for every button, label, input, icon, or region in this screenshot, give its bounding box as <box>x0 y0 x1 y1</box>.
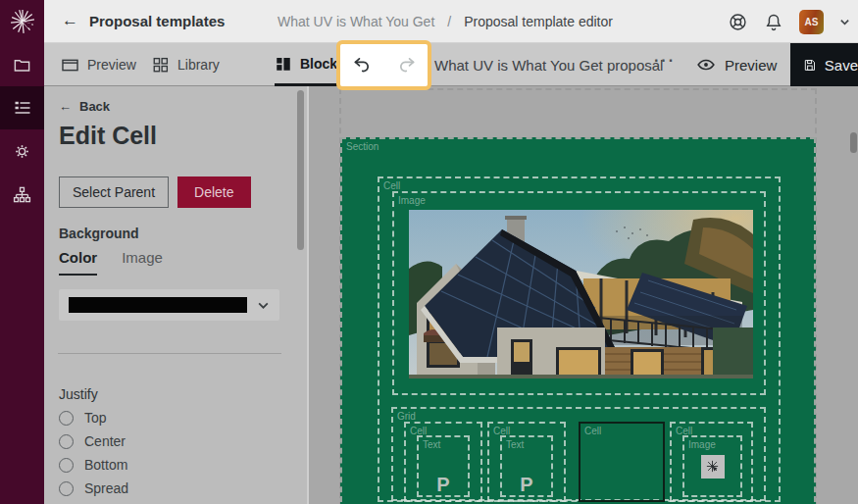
panel-scrollbar-thumb[interactable] <box>297 90 304 250</box>
color-swatch-black <box>69 297 247 313</box>
image-label: Image <box>398 195 426 207</box>
top-header: ← Proposal templates What UV is What You… <box>44 0 858 43</box>
grid-cell-1[interactable]: Cell Text P <box>404 422 482 502</box>
breadcrumb-parent[interactable]: What UV is What You Get <box>278 14 434 29</box>
sunburst-logo-icon <box>705 459 720 474</box>
tutorial-spotlight <box>336 40 431 90</box>
tab-color[interactable]: Color <box>59 249 97 276</box>
document-title[interactable]: What UV is What You Get proposal <box>434 57 663 74</box>
select-parent-button[interactable]: Select Parent <box>59 176 169 208</box>
cell-block[interactable]: Cell Image <box>378 176 781 502</box>
background-tabs: Color Image <box>59 249 163 276</box>
gear-icon <box>13 142 31 161</box>
breadcrumb: What UV is What You Get / Proposal templ… <box>278 14 613 29</box>
editor-toolbar: Preview Library Blocks What UV is What Y… <box>44 43 858 86</box>
chevron-down-icon[interactable] <box>839 17 850 27</box>
image-placeholder-block[interactable]: Image <box>682 435 742 497</box>
redo-icon <box>396 55 417 76</box>
template-list-icon <box>13 98 32 118</box>
justify-label: Justify <box>59 386 98 402</box>
justify-option-center[interactable]: Center <box>59 433 126 449</box>
grid-cell-4[interactable]: Cell Image <box>670 422 753 502</box>
radio-label: Center <box>84 433 126 449</box>
cell-label: Cell <box>584 426 601 437</box>
delete-button[interactable]: Delete <box>177 176 250 208</box>
tab-label: Preview <box>87 57 136 73</box>
eye-icon <box>696 55 716 75</box>
text-label: Text <box>423 439 440 451</box>
tab-image[interactable]: Image <box>122 249 163 276</box>
justify-option-spread[interactable]: Spread <box>59 480 128 496</box>
paragraph-placeholder: P <box>436 475 449 495</box>
radio-label: Bottom <box>84 457 127 473</box>
image-placeholder-thumb <box>701 455 725 479</box>
help-icon[interactable] <box>728 12 748 32</box>
tab-preview-mode[interactable]: Preview <box>61 43 136 86</box>
grid-block[interactable]: Grid Cell Text P Cell Text <box>391 407 766 501</box>
sidebar-item-files[interactable] <box>0 43 44 86</box>
grid-cell-2[interactable]: Cell Text P <box>487 422 566 502</box>
proposal-template-editor: ← Proposal templates What UV is What You… <box>0 0 858 504</box>
text-block[interactable]: Text P <box>417 435 470 497</box>
breadcrumb-separator: / <box>447 14 451 29</box>
tab-label: Library <box>177 57 220 73</box>
panel-back-label: Back <box>79 99 110 114</box>
panel-divider <box>58 353 281 354</box>
page-title: Proposal templates <box>89 13 225 29</box>
more-options-button[interactable]: ··· <box>654 52 676 70</box>
chevron-down-icon <box>257 299 270 312</box>
house-photo[interactable] <box>409 210 753 378</box>
undo-icon <box>352 55 373 76</box>
document-page[interactable]: Section Cell Image <box>339 88 817 504</box>
radio-label: Spread <box>84 480 128 496</box>
preview-window-icon <box>61 56 79 75</box>
notifications-bell-icon[interactable] <box>764 12 783 32</box>
paragraph-placeholder: P <box>520 475 532 495</box>
folder-icon <box>13 56 31 75</box>
save-button-label: Save <box>825 57 858 74</box>
panel-back-button[interactable]: ← Back <box>59 99 110 114</box>
editor-canvas: Section Cell Image <box>309 86 858 504</box>
tab-library[interactable]: Library <box>152 43 220 86</box>
panel-title: Edit Cell <box>59 122 157 150</box>
blocks-icon <box>275 55 292 73</box>
user-avatar[interactable]: AS <box>799 10 824 34</box>
edit-cell-panel: ← Back Edit Cell Select Parent Delete Ba… <box>44 86 309 504</box>
sidebar-item-settings[interactable] <box>0 129 44 173</box>
color-select-dropdown[interactable] <box>59 289 279 321</box>
radio-label: Top <box>84 410 107 426</box>
radio-icon <box>59 481 74 496</box>
text-label: Text <box>506 439 524 451</box>
app-sidebar <box>0 0 44 504</box>
sunburst-logo-icon <box>10 9 35 34</box>
image-block[interactable]: Image <box>392 191 766 395</box>
section-block[interactable]: Section Cell Image <box>340 137 816 504</box>
preview-button-label: Preview <box>725 57 777 74</box>
radio-icon <box>59 458 74 473</box>
library-grid-icon <box>152 56 170 74</box>
redo-button[interactable] <box>396 55 417 76</box>
save-button[interactable]: Save <box>790 43 858 86</box>
breadcrumb-current: Proposal template editor <box>464 14 613 29</box>
app-logo[interactable] <box>0 0 44 43</box>
text-block[interactable]: Text P <box>500 435 553 497</box>
image-label: Image <box>688 439 716 451</box>
radio-icon <box>59 411 74 426</box>
preview-button[interactable]: Preview <box>696 43 777 86</box>
background-label: Background <box>59 226 139 241</box>
save-floppy-icon <box>803 57 817 74</box>
undo-button[interactable] <box>352 55 373 76</box>
justify-option-top[interactable]: Top <box>59 410 107 426</box>
justify-option-bottom[interactable]: Bottom <box>59 457 127 473</box>
canvas-scrollbar-thumb[interactable] <box>850 132 857 153</box>
org-chart-icon <box>13 185 31 204</box>
sidebar-item-org[interactable] <box>0 173 44 216</box>
back-arrow-icon: ← <box>59 99 72 114</box>
radio-icon <box>59 434 74 449</box>
back-arrow-button[interactable]: ← <box>62 11 78 30</box>
sidebar-item-templates[interactable] <box>0 86 44 129</box>
grid-cell-3-selected[interactable]: Cell <box>579 422 665 502</box>
section-label: Section <box>346 141 379 153</box>
